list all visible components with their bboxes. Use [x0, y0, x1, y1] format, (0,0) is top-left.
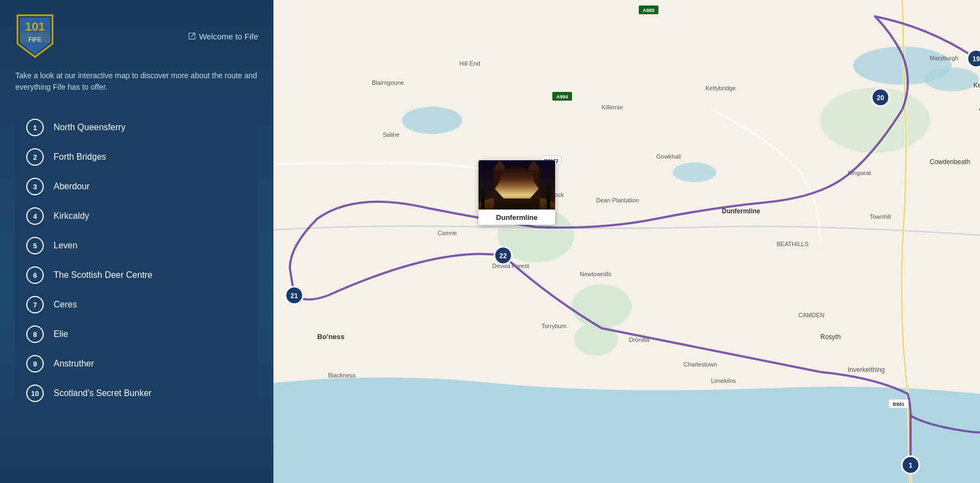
route-item-1[interactable]: 1 North Queensferry: [15, 113, 258, 142]
svg-rect-77: [500, 177, 505, 183]
svg-text:101: 101: [25, 20, 45, 33]
svg-text:Killernie: Killernie: [602, 104, 623, 110]
route-num-6: 6: [26, 266, 44, 284]
svg-rect-67: [479, 160, 555, 210]
route-label-3: Aberdour: [54, 182, 90, 191]
svg-rect-74: [529, 166, 539, 170]
svg-text:Dunfermline: Dunfermline: [722, 207, 760, 215]
svg-text:Cowdenbeath: Cowdenbeath: [930, 158, 970, 166]
dunfermline-popup: Dunfermline: [479, 160, 555, 225]
svg-text:CAMDEN: CAMDEN: [798, 312, 825, 318]
route-label-1: North Queensferry: [54, 123, 126, 132]
route-label-8: Elie: [54, 329, 68, 339]
svg-point-68: [479, 196, 555, 210]
route-label-9: Anstruther: [54, 359, 94, 369]
route-num-4: 4: [26, 207, 44, 225]
svg-point-76: [511, 177, 522, 190]
logo-area: 101 FIFE Welcome to Fife: [15, 13, 258, 59]
route-list: 1 North Queensferry 2 Forth Bridges 3 Ab…: [15, 106, 258, 415]
svg-point-12: [574, 323, 618, 356]
route-item-10[interactable]: 10 Scotland's Secret Bunker: [15, 379, 258, 408]
svg-text:Newtownills: Newtownills: [580, 271, 612, 277]
svg-text:Kelty: Kelty: [973, 82, 980, 89]
svg-text:Charlestown: Charlestown: [684, 361, 717, 368]
route-item-6[interactable]: 6 The Scottish Deer Centre: [15, 260, 258, 290]
svg-text:BEATHILLS: BEATHILLS: [777, 241, 809, 247]
svg-text:1: 1: [909, 462, 913, 469]
fife-logo: 101 FIFE: [15, 13, 55, 59]
svg-text:Dean Plantation: Dean Plantation: [596, 197, 639, 203]
route-item-2[interactable]: 2 Forth Bridges: [15, 142, 258, 172]
svg-text:Hill End: Hill End: [459, 60, 480, 67]
svg-rect-80: [522, 188, 525, 193]
route-num-8: 8: [26, 325, 44, 343]
svg-rect-73: [528, 168, 540, 210]
route-num-9: 9: [26, 355, 44, 373]
external-link-icon: [188, 32, 196, 40]
tagline: Take a look at our interactive map to di…: [15, 70, 258, 93]
svg-text:Bo'ness: Bo'ness: [317, 333, 345, 341]
svg-text:FIFE: FIFE: [28, 36, 42, 43]
svg-rect-79: [509, 188, 512, 193]
route-num-2: 2: [26, 148, 44, 166]
svg-text:Rosyth: Rosyth: [820, 333, 841, 341]
svg-text:Townhill: Townhill: [870, 213, 891, 220]
route-num-7: 7: [26, 296, 44, 313]
route-label-4: Kirkcaldy: [54, 211, 89, 221]
route-num-10: 10: [26, 385, 44, 402]
svg-text:22: 22: [499, 252, 507, 260]
route-label-7: Ceres: [54, 300, 77, 310]
route-num-1: 1: [26, 119, 44, 136]
route-num-3: 3: [26, 178, 44, 195]
svg-text:Torryburn: Torryburn: [541, 323, 567, 329]
route-label-5: Leven: [54, 241, 78, 251]
svg-text:20: 20: [877, 94, 884, 102]
svg-text:Comrie: Comrie: [438, 230, 457, 236]
svg-text:Gowkhall: Gowkhall: [656, 153, 681, 160]
svg-rect-78: [529, 177, 533, 183]
map-area: Carnock Oakley Comrie Gowkhall Dunfermli…: [273, 0, 980, 483]
route-label-10: Scotland's Secret Bunker: [54, 388, 151, 398]
svg-text:Saline: Saline: [383, 131, 400, 138]
svg-text:B981: B981: [892, 401, 905, 407]
svg-point-5: [402, 107, 462, 134]
dunfermline-thumbnail: [479, 160, 555, 210]
route-label-2: Forth Bridges: [54, 152, 106, 162]
svg-text:Keltybridge: Keltybridge: [705, 85, 736, 91]
route-label-6: The Scottish Deer Centre: [54, 270, 153, 280]
svg-rect-71: [495, 166, 505, 170]
svg-text:Blairngoune: Blairngoune: [372, 79, 404, 86]
route-item-5[interactable]: 5 Leven: [15, 231, 258, 260]
popup-label: Dunfermline: [479, 210, 555, 225]
svg-text:19: 19: [972, 55, 980, 63]
svg-text:Inverkeithing: Inverkeithing: [848, 366, 885, 374]
svg-rect-70: [494, 168, 506, 210]
route-item-8[interactable]: 8 Elie: [15, 319, 258, 349]
route-num-5: 5: [26, 237, 44, 254]
route-item-7[interactable]: 7 Ceres: [15, 290, 258, 319]
welcome-text: Welcome to Fife: [199, 32, 258, 41]
svg-text:A985: A985: [643, 8, 655, 13]
svg-point-6: [673, 162, 716, 182]
route-item-9[interactable]: 9 Anstruther: [15, 349, 258, 379]
svg-point-11: [571, 284, 632, 328]
svg-text:Blackness: Blackness: [328, 372, 356, 379]
sidebar: 101 FIFE Welcome to Fife Take a look at …: [0, 0, 273, 483]
svg-rect-81: [481, 193, 485, 210]
route-item-3[interactable]: 3 Aberdour: [15, 172, 258, 201]
welcome-link[interactable]: Welcome to Fife: [188, 32, 258, 41]
svg-text:A994: A994: [556, 94, 568, 100]
svg-text:21: 21: [290, 292, 298, 300]
svg-text:Limekilns: Limekilns: [711, 377, 736, 384]
svg-text:Maryburgh: Maryburgh: [930, 55, 959, 61]
route-item-4[interactable]: 4 Kirkcaldy: [15, 201, 258, 231]
svg-point-8: [924, 67, 979, 91]
svg-rect-69: [495, 179, 539, 210]
